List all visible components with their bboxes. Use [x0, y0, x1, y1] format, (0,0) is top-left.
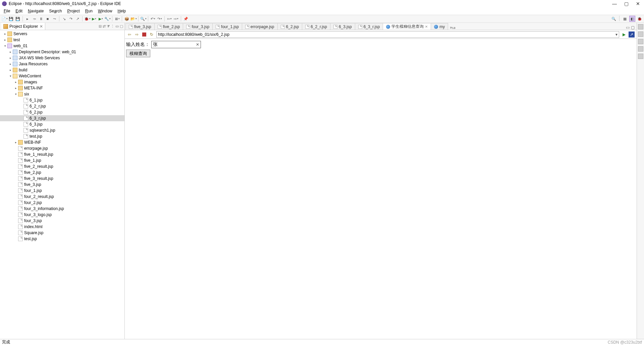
- tree-item[interactable]: 6_2.jsp: [0, 109, 124, 115]
- browser-external-button[interactable]: ↗: [629, 31, 635, 38]
- step-into-button[interactable]: ↘: [61, 16, 67, 22]
- run-last-button[interactable]: ▶: [98, 16, 104, 22]
- menu-help[interactable]: Help: [115, 8, 128, 14]
- tree-item[interactable]: five_3_result.jsp: [0, 176, 124, 182]
- menu-project[interactable]: Project: [65, 8, 82, 14]
- link-editor-button[interactable]: ⇄: [103, 24, 106, 28]
- tree-item[interactable]: ▸Deployment Descriptor: web_01: [0, 49, 124, 55]
- debug-perspective-button[interactable]: 🐞: [637, 16, 643, 22]
- expand-icon[interactable]: ▸: [3, 32, 7, 36]
- save-all-button[interactable]: 💾: [15, 16, 21, 22]
- tree-item[interactable]: ▸JAX-WS Web Services: [0, 55, 124, 61]
- tree-item[interactable]: four_2_result.jsp: [0, 194, 124, 200]
- open-perspective-button[interactable]: ▦: [622, 16, 628, 22]
- minimize-editor-button[interactable]: ▭: [626, 25, 630, 30]
- tree-item[interactable]: ▸build: [0, 67, 124, 73]
- tab-overflow-button[interactable]: »₁₃: [448, 25, 457, 30]
- expand-icon[interactable]: ▾: [13, 92, 18, 96]
- tree-item[interactable]: 6_2_r.jsp: [0, 103, 124, 109]
- minimize-view-button[interactable]: ▭: [115, 24, 119, 28]
- menu-run[interactable]: Run: [83, 8, 95, 14]
- tree-item[interactable]: ▸Java Resources: [0, 61, 124, 67]
- project-explorer-tab[interactable]: Project Explorer ✕: [1, 23, 45, 30]
- tree-item[interactable]: errorpage.jsp: [0, 145, 124, 151]
- task-list-button[interactable]: [638, 31, 643, 37]
- maximize-view-button[interactable]: ▢: [120, 24, 123, 28]
- snippets-button[interactable]: [638, 46, 643, 52]
- maximize-editor-button[interactable]: ▢: [631, 25, 635, 30]
- disconnect-button[interactable]: ⤳: [51, 16, 57, 22]
- tree-item[interactable]: ▸WEB-INF: [0, 139, 124, 145]
- maximize-button[interactable]: ▢: [624, 1, 629, 6]
- name-input[interactable]: 张 ✕: [151, 41, 201, 48]
- outline-view-button[interactable]: [638, 24, 643, 29]
- tree-item[interactable]: 6_3_r.jsp: [0, 115, 124, 121]
- editor-tab[interactable]: five_2.jsp: [154, 23, 183, 30]
- url-dropdown-icon[interactable]: ▾: [615, 32, 618, 37]
- tree-item[interactable]: four_3_logo.jsp: [0, 212, 124, 218]
- debug-button[interactable]: 🐞: [84, 16, 90, 22]
- tree-item[interactable]: 6_3.jsp: [0, 121, 124, 127]
- tree-item[interactable]: five_3.jsp: [0, 182, 124, 188]
- url-input[interactable]: http://localhost:8080/web_01/six/6_2.jsp…: [156, 31, 619, 38]
- editor-tab[interactable]: four_1.jsp: [212, 23, 242, 30]
- expand-icon[interactable]: ▾: [8, 74, 13, 78]
- editor-tab[interactable]: five_3.jsp: [125, 23, 155, 30]
- fuzzy-search-button[interactable]: 模糊查询: [126, 50, 150, 57]
- minimize-button[interactable]: —: [612, 1, 617, 6]
- editor-tab[interactable]: 6_2.jsp: [277, 23, 303, 30]
- menu-search[interactable]: Search: [47, 8, 64, 14]
- collapse-all-button[interactable]: ⊟: [99, 24, 102, 28]
- close-view-button[interactable]: ✕: [40, 24, 43, 29]
- tree-item[interactable]: five_1.jsp: [0, 157, 124, 163]
- debug-step-button[interactable]: ▸: [24, 16, 31, 22]
- markers-button[interactable]: [638, 54, 643, 59]
- tree-item[interactable]: test.jsp: [0, 133, 124, 139]
- search-button[interactable]: 🔍: [140, 16, 146, 22]
- editor-tab[interactable]: 6_3.jsp: [330, 23, 355, 30]
- browser-forward-button[interactable]: ⇨: [134, 32, 140, 37]
- step-over-button[interactable]: ↷: [68, 16, 74, 22]
- browser-stop-button[interactable]: [142, 32, 147, 37]
- expand-icon[interactable]: ▸: [8, 68, 13, 72]
- editor-tab[interactable]: errorpage.jsp: [242, 23, 278, 30]
- external-tools-button[interactable]: 🔧: [104, 16, 110, 22]
- filter-button[interactable]: ⧩: [107, 24, 110, 28]
- annotation-prev-button[interactable]: ↶: [150, 16, 156, 22]
- editor-tab[interactable]: my: [431, 23, 448, 30]
- expand-icon[interactable]: ▸: [8, 62, 13, 66]
- browser-back-button[interactable]: ⇦: [127, 32, 132, 37]
- view-menu-button[interactable]: ⋮: [111, 24, 114, 28]
- editor-tab[interactable]: 6_3_r.jsp: [355, 23, 383, 30]
- tree-item[interactable]: ▾six: [0, 91, 124, 97]
- skip-button[interactable]: ⤼: [31, 16, 37, 22]
- tree-item[interactable]: test.jsp: [0, 236, 124, 242]
- tree-item[interactable]: five_2.jsp: [0, 169, 124, 176]
- tree-item[interactable]: ▸test: [0, 37, 124, 43]
- palette-button[interactable]: [638, 39, 643, 44]
- editor-tab[interactable]: 6_2_r.jsp: [302, 23, 330, 30]
- expand-icon[interactable]: ▸: [13, 80, 18, 84]
- tree-item[interactable]: five_2_result.jsp: [0, 163, 124, 169]
- new-button[interactable]: 📄: [1, 16, 7, 22]
- editor-tab[interactable]: 学生模糊信息查询✕: [383, 23, 431, 30]
- expand-icon[interactable]: ▾: [3, 44, 7, 48]
- new-package-button[interactable]: 📦: [124, 16, 130, 22]
- expand-icon[interactable]: ▸: [13, 86, 18, 90]
- tree-item[interactable]: 6_1.jsp: [0, 97, 124, 103]
- tree-item[interactable]: four_3_information.jsp: [0, 206, 124, 212]
- pause-button[interactable]: ⏸: [38, 16, 44, 22]
- expand-icon[interactable]: ▸: [8, 50, 13, 54]
- project-tree[interactable]: ▸Servers▸test▾web_01▸Deployment Descript…: [0, 30, 124, 339]
- save-button[interactable]: 💾: [8, 16, 14, 22]
- annotation-next-button[interactable]: ↷: [157, 16, 163, 22]
- stop-button[interactable]: ■: [45, 16, 51, 22]
- tree-item[interactable]: four_3.jsp: [0, 218, 124, 224]
- menu-edit[interactable]: Edit: [13, 8, 25, 14]
- java-ee-perspective-button[interactable]: ◧: [629, 16, 635, 22]
- editor-tab[interactable]: four_3.jsp: [183, 23, 213, 30]
- close-tab-icon[interactable]: ✕: [425, 25, 428, 28]
- expand-icon[interactable]: ▸: [3, 38, 7, 42]
- open-type-button[interactable]: 📂: [130, 16, 137, 22]
- pin-editor-button[interactable]: 📌: [183, 16, 189, 22]
